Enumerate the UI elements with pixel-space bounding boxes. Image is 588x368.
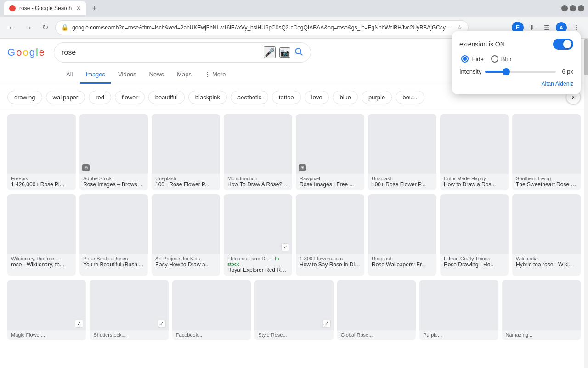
image-info: Global Rose... <box>337 330 416 340</box>
intensity-slider[interactable] <box>485 71 556 73</box>
hide-option[interactable]: Hide <box>461 55 484 63</box>
chip-blue[interactable]: blue <box>333 91 358 104</box>
image-card[interactable]: Facebook... <box>172 280 251 340</box>
image-source: Adobe Stock <box>83 176 144 181</box>
image-title: Royal Explorer Red Rose ... <box>227 267 288 273</box>
search-input[interactable]: rose <box>62 48 260 57</box>
image-card[interactable]: ✓ Style Rose... <box>254 280 333 340</box>
forward-button[interactable]: → <box>22 21 35 34</box>
search-button[interactable] <box>294 47 303 58</box>
image-info: Adobe Stock Rose Images – Browse 22,36..… <box>79 174 148 190</box>
google-logo: G o o g l e <box>7 46 45 58</box>
image-card[interactable]: Color Made Happy How to Draw a Ros... <box>440 114 509 190</box>
hide-radio[interactable] <box>461 55 469 63</box>
tab-news[interactable]: News <box>144 66 170 84</box>
image-thumb: ✓ <box>90 280 168 330</box>
tab-images[interactable]: Images <box>80 66 111 84</box>
reload-button[interactable]: ↻ <box>39 21 51 34</box>
tab-more[interactable]: ⋮ More <box>199 66 232 84</box>
image-info: Magic Flower... <box>7 330 86 340</box>
logo-g: G <box>7 46 15 58</box>
image-card[interactable]: Unsplash 100+ Rose Flower P... <box>152 114 220 190</box>
chip-bou[interactable]: bou... <box>396 91 424 104</box>
maximize-button[interactable] <box>570 5 576 12</box>
image-thumb <box>502 280 581 330</box>
chip-drawing[interactable]: drawing <box>7 91 42 104</box>
browser-tab[interactable]: rose - Google Search ✕ <box>4 1 86 15</box>
image-card[interactable]: Art Projects for Kids Easy How to Draw a… <box>152 194 220 276</box>
back-button[interactable]: ← <box>6 21 18 34</box>
image-card[interactable]: MomJunction How To Draw A Rose? A Step-B… <box>224 114 292 190</box>
image-info: Unsplash Rose Wallpapers: Fr... <box>368 254 436 270</box>
image-card[interactable]: Namazing... <box>502 280 581 340</box>
svg-line-1 <box>300 53 303 55</box>
image-card[interactable]: Wiktionary, the free ... rose - Wiktiona… <box>7 194 76 276</box>
tab-videos[interactable]: Videos <box>113 66 142 84</box>
image-card[interactable]: Peter Beales Roses You're Beautiful (Bus… <box>79 194 148 276</box>
image-card[interactable]: ✓ Magic Flower... <box>7 280 86 340</box>
tab-all[interactable]: All <box>61 66 78 84</box>
image-card[interactable]: Unsplash Rose Wallpapers: Fr... <box>368 194 436 276</box>
image-source: Eblooms Farm Di... In stock <box>227 256 288 267</box>
image-title: 1,426,000+ Rose Pi... <box>11 181 72 188</box>
image-card[interactable]: ✓ Shutterstock... <box>90 280 168 340</box>
image-info: Peter Beales Roses You're Beautiful (Bus… <box>79 254 148 270</box>
chip-aesthetic[interactable]: aesthetic <box>231 91 268 104</box>
image-card[interactable]: Freepik 1,426,000+ Rose Pi... <box>7 114 76 190</box>
search-box[interactable]: rose 🎤 📷 <box>54 42 311 63</box>
new-tab-button[interactable]: + <box>88 2 101 15</box>
logo-l: l <box>36 46 38 58</box>
chip-wallpaper[interactable]: wallpaper <box>46 91 85 104</box>
image-source: Color Made Happy <box>444 176 505 181</box>
chip-flower[interactable]: flower <box>115 91 145 104</box>
image-card[interactable]: ⊞ Adobe Stock Rose Images – Browse 22,36… <box>79 114 148 190</box>
image-info: Namazing... <box>502 330 581 340</box>
blur-option[interactable]: Blur <box>491 55 512 63</box>
image-card[interactable]: ⊞ Rawpixel Rose Images | Free ... <box>296 114 364 190</box>
image-source: Shutterstock... <box>93 332 164 338</box>
browser-chrome: rose - Google Search ✕ + <box>0 0 588 17</box>
address-bar[interactable]: 🔒 google.com/search?q=rose&tbm=isch&ved=… <box>55 20 469 35</box>
image-info: MomJunction How To Draw A Rose? A Step-B… <box>224 174 292 190</box>
intensity-row: Intensity 6 px <box>459 68 573 75</box>
image-source: Rawpixel <box>300 176 361 181</box>
scrollbar-thumb[interactable] <box>584 39 588 75</box>
image-card[interactable]: Southern Living The Sweetheart Rose Ha..… <box>512 114 581 190</box>
intensity-thumb[interactable] <box>503 68 510 75</box>
toggle-slider <box>553 39 573 50</box>
attribution-link[interactable]: Altan Aldeniz <box>459 80 573 87</box>
image-thumb: ✓ <box>7 280 86 330</box>
mic-icon[interactable]: 🎤 <box>264 46 276 58</box>
chip-tattoo[interactable]: tattoo <box>272 91 301 104</box>
image-source: Style Rose... <box>258 332 329 338</box>
close-tab-icon[interactable]: ✕ <box>76 5 81 12</box>
tab-maps[interactable]: Maps <box>171 66 197 84</box>
image-card[interactable]: I Heart Crafty Things Rose Drawing - Ho.… <box>440 194 509 276</box>
image-card[interactable]: Purple... <box>419 280 498 340</box>
star-icon[interactable]: ☆ <box>457 24 463 31</box>
chip-red[interactable]: red <box>89 91 111 104</box>
image-info: Wiktionary, the free ... rose - Wiktiona… <box>7 254 76 270</box>
chip-blackpink[interactable]: blackpink <box>188 91 227 104</box>
chip-purple[interactable]: purple <box>362 91 392 104</box>
minimize-button[interactable] <box>561 5 568 12</box>
image-source: Unsplash <box>372 256 433 261</box>
extension-toggle[interactable] <box>553 39 573 50</box>
image-card[interactable]: Unsplash 100+ Rose Flower P... <box>368 114 436 190</box>
image-card[interactable]: 1-800-Flowers.com How to Say Rose in Dif… <box>296 194 364 276</box>
google-lens-icon[interactable]: 📷 <box>279 47 290 58</box>
blur-radio[interactable] <box>491 55 498 63</box>
close-button[interactable] <box>578 5 584 12</box>
image-card[interactable]: Wikipedia Hybrid tea rose - Wikipedia <box>512 194 581 276</box>
image-title: Rose Drawing - Ho... <box>444 261 505 268</box>
chip-beautiful[interactable]: beautiful <box>148 91 185 104</box>
chip-love[interactable]: love <box>305 91 329 104</box>
logo-o1: o <box>16 46 22 58</box>
image-title: How to Say Rose in Different Languag... <box>300 261 361 268</box>
image-thumb <box>172 280 251 330</box>
image-card[interactable]: ✓ Eblooms Farm Di... In stock Royal Expl… <box>224 194 292 276</box>
image-source: Southern Living <box>516 176 577 181</box>
image-thumb <box>152 194 220 254</box>
image-title: You're Beautiful (Bush ... <box>83 261 144 268</box>
image-card[interactable]: Global Rose... <box>337 280 416 340</box>
